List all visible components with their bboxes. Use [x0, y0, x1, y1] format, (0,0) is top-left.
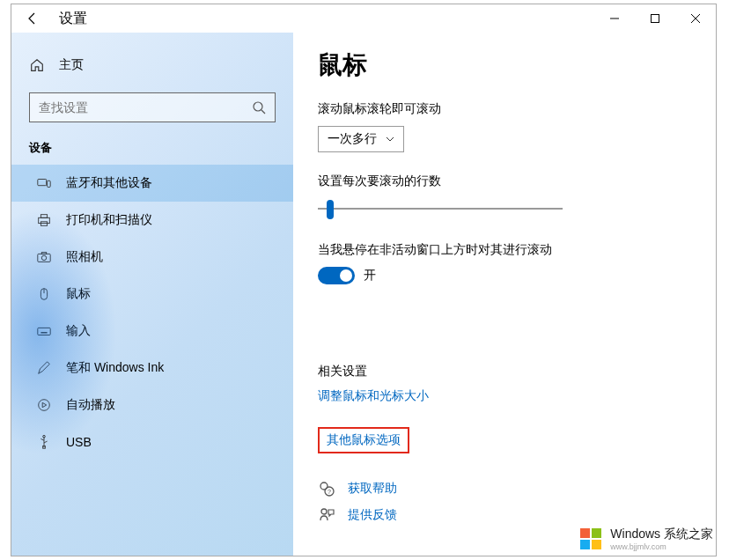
sidebar-item-label: 自动播放	[66, 397, 115, 413]
pen-icon	[36, 360, 52, 376]
lines-label: 设置每次要滚动的行数	[318, 173, 691, 189]
svg-rect-6	[38, 180, 47, 186]
svg-rect-16	[38, 328, 50, 335]
svg-rect-9	[40, 215, 47, 218]
svg-rect-8	[39, 217, 50, 223]
autoplay-icon	[36, 397, 52, 413]
highlight-annotation: 其他鼠标选项	[318, 427, 409, 453]
slider-track	[318, 208, 563, 210]
sidebar-item-label: 输入	[66, 323, 91, 339]
chevron-down-icon	[386, 136, 394, 142]
scroll-mode-dropdown[interactable]: 一次多行	[318, 126, 404, 152]
dropdown-value: 一次多行	[328, 131, 377, 147]
sidebar-item-label: 鼠标	[66, 286, 91, 302]
svg-point-4	[254, 102, 262, 111]
watermark-url: www.bjjmlv.com	[610, 542, 713, 551]
give-feedback-link[interactable]: 提供反馈	[348, 507, 397, 523]
get-help-link[interactable]: 获取帮助	[348, 481, 397, 497]
arrow-left-icon	[26, 11, 40, 26]
home-button[interactable]: 主页	[11, 48, 293, 82]
sidebar-item-printers[interactable]: 打印机和扫描仪	[11, 202, 293, 239]
help-icon: ?	[318, 480, 335, 497]
sidebar-item-usb[interactable]: USB	[11, 424, 293, 461]
cursor-size-link[interactable]: 调整鼠标和光标大小	[318, 388, 691, 404]
related-settings-title: 相关设置	[318, 364, 691, 379]
svg-line-5	[261, 110, 265, 114]
svg-point-22	[39, 400, 50, 411]
sidebar-item-autoplay[interactable]: 自动播放	[11, 387, 293, 424]
maximize-button[interactable]	[635, 4, 675, 33]
category-label: 设备	[11, 135, 293, 165]
search-input[interactable]	[39, 100, 252, 114]
sidebar-item-camera[interactable]: 照相机	[11, 239, 293, 276]
svg-rect-33	[592, 540, 601, 549]
back-button[interactable]	[18, 4, 47, 33]
svg-rect-1	[652, 15, 659, 23]
windows-logo-icon	[578, 527, 605, 551]
other-mouse-options-link[interactable]: 其他鼠标选项	[327, 432, 401, 448]
minimize-icon	[610, 14, 619, 23]
home-label: 主页	[59, 57, 84, 73]
devices-icon	[36, 175, 52, 191]
sidebar-item-mouse[interactable]: 鼠标	[11, 276, 293, 313]
svg-point-29	[321, 509, 327, 514]
lines-slider[interactable]	[318, 198, 563, 219]
search-box[interactable]	[29, 92, 276, 122]
page-title: 鼠标	[318, 48, 691, 82]
slider-thumb[interactable]	[327, 200, 334, 219]
sidebar-item-label: USB	[66, 435, 92, 449]
printer-icon	[36, 212, 52, 228]
settings-window: 设置 主页 设备	[11, 4, 717, 556]
sidebar-item-label: 蓝牙和其他设备	[66, 175, 152, 191]
sidebar-item-pen[interactable]: 笔和 Windows Ink	[11, 350, 293, 387]
watermark-text: Windows 系统之家	[610, 527, 713, 541]
svg-rect-31	[592, 528, 601, 538]
close-icon	[691, 14, 700, 23]
sidebar-item-label: 笔和 Windows Ink	[66, 360, 164, 376]
watermark: Windows 系统之家 www.bjjmlv.com	[578, 526, 713, 551]
sidebar-item-typing[interactable]: 输入	[11, 313, 293, 350]
camera-icon	[36, 249, 52, 265]
toggle-state-label: 开	[364, 268, 376, 284]
inactive-scroll-label: 当我悬停在非活动窗口上方时对其进行滚动	[318, 242, 691, 258]
sidebar-item-label: 照相机	[66, 249, 103, 265]
settings-label: 设置	[59, 10, 87, 28]
home-icon	[29, 57, 45, 73]
svg-rect-30	[580, 528, 590, 538]
main-content: 鼠标 滚动鼠标滚轮即可滚动 一次多行 设置每次要滚动的行数 当我悬停在非活动窗口…	[293, 33, 716, 556]
minimize-button[interactable]	[594, 4, 635, 33]
sidebar-item-bluetooth[interactable]: 蓝牙和其他设备	[11, 165, 293, 202]
keyboard-icon	[36, 323, 52, 339]
close-button[interactable]	[675, 4, 716, 33]
svg-text:?: ?	[328, 489, 331, 495]
search-icon	[252, 100, 266, 114]
inactive-scroll-toggle[interactable]	[318, 267, 355, 284]
svg-rect-7	[48, 181, 51, 187]
scroll-mode-label: 滚动鼠标滚轮即可滚动	[318, 101, 691, 117]
titlebar: 设置	[11, 4, 716, 33]
svg-point-12	[41, 255, 46, 260]
sidebar: 主页 设备 蓝牙和其他设备 打印机和扫描仪 照相机 鼠标	[11, 33, 293, 556]
usb-icon	[36, 434, 52, 450]
sidebar-item-label: 打印机和扫描仪	[66, 212, 152, 228]
mouse-icon	[36, 286, 52, 302]
feedback-icon	[318, 506, 335, 524]
svg-rect-32	[580, 540, 590, 549]
maximize-icon	[651, 14, 659, 23]
toggle-knob	[340, 269, 352, 282]
svg-rect-13	[41, 253, 46, 254]
